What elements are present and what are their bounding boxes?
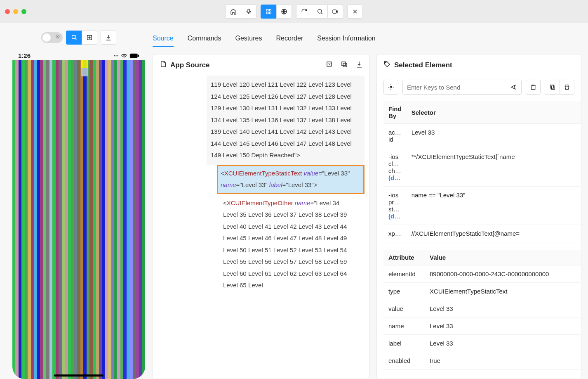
table-row[interactable]: -ios class chain(docs)**/XCUIElementType…: [383, 148, 581, 187]
tap-element-button[interactable]: [383, 80, 398, 95]
titlebar-toolbar: [225, 5, 363, 19]
svg-point-16: [390, 86, 392, 88]
mjpeg-toggle[interactable]: [41, 32, 63, 43]
docs-link[interactable]: (docs): [388, 174, 407, 181]
svg-rect-13: [343, 63, 347, 67]
microphone-button[interactable]: [241, 5, 256, 19]
svg-rect-17: [531, 86, 535, 90]
get-timing-button[interactable]: [560, 80, 574, 95]
device-screenshot[interactable]: [12, 60, 145, 379]
source-tree-selected-node[interactable]: <XCUIElementTypeStaticText value="Level …: [217, 165, 365, 194]
device-status-icons: ⋯: [113, 52, 139, 59]
tag-icon: [383, 60, 391, 70]
findby-table: Find By Selector accessibility idLevel 3…: [383, 101, 581, 242]
table-row[interactable]: labelLevel 33: [383, 335, 581, 352]
table-row[interactable]: enabledtrue: [383, 352, 581, 370]
table-row[interactable]: valueLevel 33: [383, 300, 581, 317]
tab-commands[interactable]: Commands: [188, 35, 221, 47]
findby-header-col1: Find By: [383, 101, 407, 124]
attribute-table: Attribute Value elementId89000000-0000-0…: [383, 250, 581, 370]
svg-point-15: [385, 62, 386, 63]
docs-link[interactable]: (docs): [388, 213, 407, 220]
file-icon: [160, 60, 167, 70]
download-source-button[interactable]: [355, 61, 363, 69]
cellular-dots-icon: ⋯: [113, 52, 119, 59]
svg-rect-18: [551, 86, 555, 89]
tab-recorder[interactable]: Recorder: [276, 35, 303, 47]
svg-rect-4: [269, 12, 271, 14]
tap-coordinates-mode-button[interactable]: [82, 31, 97, 45]
window-controls: [5, 9, 26, 14]
findby-header-col2: Selector: [407, 101, 581, 124]
home-button[interactable]: [225, 5, 241, 19]
device-time: 1:26: [18, 52, 31, 59]
download-screenshot-button[interactable]: [101, 31, 116, 45]
table-row[interactable]: typeXCUIElementTypeStaticText: [383, 283, 581, 300]
svg-rect-10: [130, 53, 138, 57]
svg-rect-1: [266, 9, 268, 11]
selected-element-title: Selected Element: [394, 61, 452, 69]
tab-session[interactable]: Session Information: [317, 35, 375, 47]
maximize-window-button[interactable]: [21, 9, 26, 14]
record-button[interactable]: [327, 5, 343, 19]
svg-rect-7: [333, 10, 336, 13]
select-element-mode-button[interactable]: [66, 31, 82, 45]
tab-source[interactable]: Source: [153, 35, 174, 47]
main-tabs: SourceCommandsGesturesRecorderSession In…: [153, 23, 588, 47]
send-keys-input[interactable]: [402, 80, 505, 95]
svg-rect-2: [269, 9, 271, 11]
table-row[interactable]: accessibility idLevel 33: [383, 124, 581, 148]
svg-rect-3: [266, 12, 268, 14]
tab-gestures[interactable]: Gestures: [235, 35, 262, 47]
send-keys-button[interactable]: [505, 80, 522, 95]
table-row[interactable]: nameLevel 33: [383, 317, 581, 335]
source-tree-text-before[interactable]: 119 Level 120 Level 121 Level 122 Level …: [207, 76, 365, 165]
clear-element-button[interactable]: [526, 80, 541, 95]
svg-rect-11: [138, 54, 139, 57]
device-preview-column: 1:26 ⋯: [0, 23, 153, 379]
svg-rect-14: [342, 62, 346, 66]
selected-element-overlay: [81, 60, 88, 76]
close-session-button[interactable]: [347, 5, 363, 19]
svg-point-6: [318, 9, 321, 13]
window-titlebar: [0, 0, 588, 23]
table-row[interactable]: elementId89000000-0000-0000-243C-0000000…: [383, 265, 581, 283]
home-indicator: [54, 374, 103, 377]
device-frame: 1:26 ⋯: [12, 50, 145, 379]
battery-icon: [129, 53, 139, 58]
app-source-panel: App Source 119 Level 120 Level 121 Level…: [153, 54, 370, 379]
copy-attributes-button[interactable]: [545, 80, 560, 95]
svg-rect-19: [550, 85, 553, 88]
copy-button[interactable]: [341, 61, 348, 69]
copy-xml-button[interactable]: [326, 61, 333, 69]
table-row[interactable]: -ios predicate string(docs)name == "Leve…: [383, 187, 581, 225]
svg-rect-0: [248, 9, 249, 12]
grid-view-button[interactable]: [261, 5, 276, 19]
minimize-window-button[interactable]: [13, 9, 18, 14]
selected-element-panel: Selected Element: [376, 54, 581, 379]
table-row[interactable]: xpath//XCUIElementTypeStaticText[@name=: [383, 225, 581, 242]
refresh-button[interactable]: [296, 5, 312, 19]
globe-button[interactable]: [276, 5, 292, 19]
search-button[interactable]: [312, 5, 327, 19]
close-window-button[interactable]: [5, 9, 10, 14]
source-tree-text-after[interactable]: <XCUIElementTypeOther name="Level 34 Lev…: [219, 194, 357, 295]
attr-header-col2: Value: [425, 250, 581, 265]
wifi-icon: [121, 53, 127, 58]
app-source-title: App Source: [170, 61, 209, 69]
attr-header-col1: Attribute: [383, 250, 425, 265]
